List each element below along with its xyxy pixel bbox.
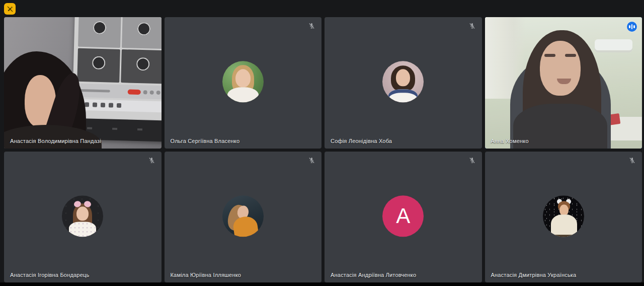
avatar-photo	[543, 195, 584, 237]
participants-grid: Анастасія Володимирівна Пандазі Ольга Се…	[4, 17, 642, 282]
avatar-letter: А	[396, 204, 410, 228]
participant-name: Анастасія Дмитрівна Українська	[491, 272, 577, 278]
participant-name: Ольга Сергіївна Власенко	[171, 138, 240, 144]
projected-tile	[77, 17, 121, 47]
participant-name: Каміла Юріївна Ілляшенко	[171, 272, 242, 278]
projected-tile	[121, 49, 162, 84]
mic-off-icon	[468, 157, 476, 164]
avatar-photo	[222, 61, 264, 103]
participant-tile-active-speaker[interactable]: Анна Хоменко	[485, 17, 642, 149]
audio-wave-icon	[627, 22, 637, 32]
annotation-disabled-badge[interactable]	[4, 3, 16, 15]
participant-name: Софія Леонідівна Хоба	[331, 138, 392, 144]
participant-name: Анна Хоменко	[491, 138, 529, 144]
mic-off-icon	[468, 22, 476, 30]
participant-tile[interactable]: А Анастасія Андріївна Литовченко	[325, 152, 482, 283]
avatar-photo	[222, 195, 264, 237]
projected-meet-grid	[76, 17, 161, 84]
mic-off-icon	[628, 157, 636, 164]
mic-off-icon	[148, 157, 155, 164]
mic-off-icon	[308, 157, 315, 164]
projected-meet-toolbar	[76, 84, 161, 99]
pen-off-icon	[7, 6, 14, 13]
participant-tile[interactable]: Каміла Юріївна Ілляшенко	[165, 152, 322, 283]
participant-tile[interactable]: Софія Леонідівна Хоба	[325, 17, 482, 149]
projected-tile	[76, 48, 120, 83]
participant-name: Анастасія Ігорівна Бондарець	[10, 272, 89, 278]
participant-tile[interactable]: Ольга Сергіївна Власенко	[165, 17, 322, 149]
video-tint	[485, 17, 642, 149]
video-feed	[485, 17, 642, 149]
projected-tile	[122, 17, 162, 49]
participant-name: Анастасія Володимирівна Пандазі	[10, 138, 101, 144]
video-feed	[4, 17, 162, 149]
bottom-edge-bar	[0, 282, 644, 286]
letter-avatar: А	[382, 195, 424, 237]
participant-tile[interactable]: Анастасія Ігорівна Бондарець	[4, 152, 162, 283]
participant-tile[interactable]: Анастасія Володимирівна Пандазі	[4, 17, 162, 149]
participant-name: Анастасія Андріївна Литовченко	[331, 272, 416, 278]
avatar-photo	[62, 195, 103, 237]
participant-tile[interactable]: Анастасія Дмитрівна Українська	[485, 152, 642, 283]
avatar-photo	[382, 61, 424, 103]
mic-off-icon	[308, 22, 315, 30]
